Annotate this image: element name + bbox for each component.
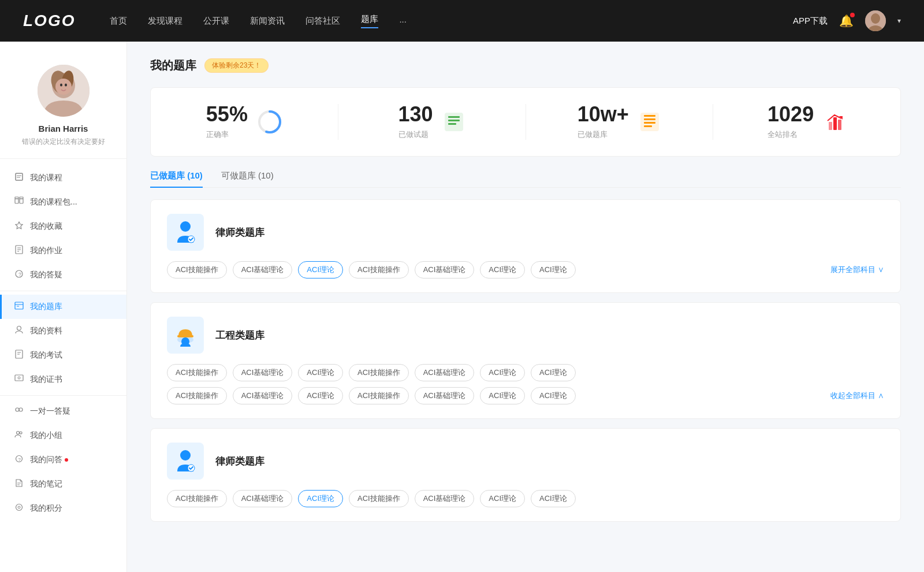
sidebar-label-profile: 我的资料	[30, 326, 62, 336]
tag-3-5[interactable]: ACI基础理论	[415, 490, 475, 507]
tag-3-4[interactable]: ACI技能操作	[349, 490, 409, 507]
bank-card-2-header: 工程类题库	[167, 317, 884, 354]
sidebar-item-exam[interactable]: 我的考试	[0, 343, 126, 367]
tag-2-14[interactable]: ACI理论	[531, 387, 576, 404]
nav-home[interactable]: 首页	[110, 16, 127, 27]
svg-point-63	[180, 450, 191, 460]
sidebar-item-my-courses[interactable]: 我的课程	[0, 166, 126, 190]
sidebar-item-questions[interactable]: ? 我的问答	[0, 448, 126, 472]
user-avatar-nav[interactable]	[865, 10, 886, 31]
svg-point-36	[20, 432, 22, 434]
tag-1-3-active[interactable]: ACI理论	[298, 261, 343, 278]
bank-card-1-icon	[167, 214, 204, 251]
sidebar-item-points[interactable]: 我的积分	[0, 496, 126, 521]
stat-banks-number: 10w+	[578, 104, 629, 125]
sidebar-item-group[interactable]: 我的小组	[0, 424, 126, 448]
tag-2-3[interactable]: ACI理论	[298, 364, 343, 381]
app-download-btn[interactable]: APP下载	[793, 16, 828, 27]
tag-2-9[interactable]: ACI基础理论	[233, 387, 293, 404]
stat-accuracy-number: 55%	[206, 104, 248, 125]
tag-2-10[interactable]: ACI理论	[298, 387, 343, 404]
tag-2-4[interactable]: ACI技能操作	[349, 364, 409, 381]
sidebar-label-my-qa: 我的答疑	[30, 270, 62, 280]
tag-1-2[interactable]: ACI基础理论	[233, 261, 293, 278]
svg-rect-54	[829, 122, 832, 130]
bank-card-3: 律师类题库 ACI技能操作 ACI基础理论 ACI理论 ACI技能操作 ACI基…	[150, 428, 901, 522]
svg-point-33	[16, 408, 19, 411]
tag-2-1[interactable]: ACI技能操作	[167, 364, 227, 381]
tag-2-7[interactable]: ACI理论	[531, 364, 576, 381]
svg-point-34	[19, 408, 23, 411]
sidebar-item-favorites[interactable]: 我的收藏	[0, 214, 126, 239]
stat-rank-number: 1029	[767, 104, 814, 125]
tab-done-banks[interactable]: 已做题库 (10)	[150, 170, 203, 187]
sidebar-item-notes[interactable]: 我的笔记	[0, 472, 126, 496]
svg-rect-46	[448, 116, 460, 118]
navbar-right: APP下载 🔔 ▾	[793, 10, 901, 31]
nav-open-courses[interactable]: 公开课	[203, 16, 229, 27]
tag-2-13[interactable]: ACI理论	[480, 387, 525, 404]
tag-3-6[interactable]: ACI理论	[480, 490, 525, 507]
svg-rect-61	[177, 335, 193, 337]
bank-card-3-header: 律师类题库	[167, 443, 884, 480]
tag-1-1[interactable]: ACI技能操作	[167, 261, 227, 278]
tag-3-3-active[interactable]: ACI理论	[298, 490, 343, 507]
tab-available-banks[interactable]: 可做题库 (10)	[221, 170, 274, 187]
tag-1-5[interactable]: ACI基础理论	[415, 261, 475, 278]
tag-2-6[interactable]: ACI理论	[480, 364, 525, 381]
svg-rect-53	[644, 125, 652, 127]
bank-card-1-header: 律师类题库	[167, 214, 884, 251]
stat-questions-icon	[442, 110, 465, 133]
tag-2-2[interactable]: ACI基础理论	[233, 364, 293, 381]
sidebar: Brian Harris 错误的决定比没有决定要好 我的课程 我的课程包...	[0, 42, 127, 572]
expand-link-1[interactable]: 展开全部科目 ∨	[825, 265, 884, 275]
sidebar-item-homework[interactable]: 我的作业	[0, 239, 126, 263]
stat-banks-label: 已做题库	[578, 129, 629, 140]
tag-2-11[interactable]: ACI技能操作	[349, 387, 409, 404]
tag-2-5[interactable]: ACI基础理论	[415, 364, 475, 381]
svg-rect-13	[15, 199, 18, 203]
sidebar-item-question-bank[interactable]: 我的题库	[0, 295, 126, 319]
sidebar-item-1on1[interactable]: 一对一答疑	[0, 399, 126, 424]
sidebar-item-profile[interactable]: 我的资料	[0, 319, 126, 343]
sidebar-label-homework: 我的作业	[30, 246, 62, 256]
collapse-link-2[interactable]: 收起全部科目 ∧	[825, 391, 884, 401]
tag-3-1[interactable]: ACI技能操作	[167, 490, 227, 507]
svg-rect-10	[16, 173, 23, 180]
svg-point-58	[180, 221, 191, 232]
svg-rect-51	[644, 118, 655, 120]
sidebar-label-question-bank: 我的题库	[30, 302, 62, 312]
logo[interactable]: LOGO	[23, 12, 75, 30]
stat-accuracy-icon	[257, 109, 282, 135]
svg-rect-56	[838, 120, 841, 130]
questions-icon: ?	[14, 454, 24, 466]
tag-1-4[interactable]: ACI技能操作	[349, 261, 409, 278]
tag-3-7[interactable]: ACI理论	[531, 490, 576, 507]
stat-accuracy-text: 55% 正确率	[206, 104, 248, 140]
tag-2-8[interactable]: ACI技能操作	[167, 387, 227, 404]
tag-2-12[interactable]: ACI基础理论	[415, 387, 475, 404]
nav-question-bank[interactable]: 题库	[361, 14, 378, 28]
sidebar-item-certificate[interactable]: 我的证书	[0, 367, 126, 392]
sidebar-label-1on1: 一对一答疑	[30, 406, 70, 417]
courses-icon	[14, 172, 24, 184]
tag-1-6[interactable]: ACI理论	[480, 261, 525, 278]
user-dropdown-arrow[interactable]: ▾	[897, 17, 901, 25]
nav-news[interactable]: 新闻资讯	[250, 16, 285, 27]
certificate-icon	[14, 374, 24, 385]
svg-rect-14	[20, 199, 23, 203]
navbar: LOGO 首页 发现课程 公开课 新闻资讯 问答社区 题库 ··· APP下载 …	[0, 0, 924, 42]
nav-courses[interactable]: 发现课程	[148, 16, 182, 27]
sidebar-item-my-qa[interactable]: ? 我的答疑	[0, 263, 126, 287]
sidebar-item-course-packages[interactable]: 我的课程包...	[0, 190, 126, 214]
sidebar-label-exam: 我的考试	[30, 350, 62, 361]
bank-card-2-title: 工程类题库	[215, 329, 264, 342]
nav-more[interactable]: ···	[399, 16, 407, 26]
bell-notification[interactable]: 🔔	[839, 14, 854, 28]
tag-3-2[interactable]: ACI基础理论	[233, 490, 293, 507]
svg-text:?: ?	[18, 457, 21, 462]
tag-1-7[interactable]: ACI理论	[531, 261, 576, 278]
stat-questions-label: 已做试题	[398, 129, 433, 140]
sidebar-label-favorites: 我的收藏	[30, 221, 62, 232]
nav-qa[interactable]: 问答社区	[305, 16, 340, 27]
